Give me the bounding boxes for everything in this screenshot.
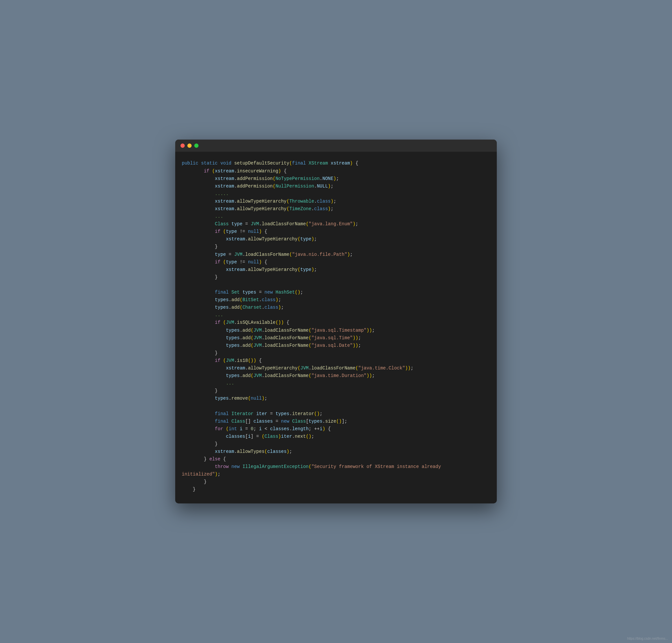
code-line-36: for (int i = 0; i < classes.length; ++i)… — [182, 425, 490, 433]
code-line-26: } — [182, 349, 490, 357]
code-line-27: if (JVM.is18()) { — [182, 357, 490, 365]
code-line-43: } — [182, 478, 490, 486]
code-line-10: if (type != null) { — [182, 228, 490, 235]
code-line-35: final Class[] classes = new Class[types.… — [182, 418, 490, 425]
code-line-3: xstream.addPermission(NoTypePermission.N… — [182, 175, 490, 183]
code-line-14: if (type != null) { — [182, 258, 490, 266]
code-line-34: final Iterator iter = types.iterator(); — [182, 410, 490, 418]
code-line-30: ... — [182, 380, 490, 387]
code-line-23: types.add(JVM.loadClassForName("java.sql… — [182, 327, 490, 334]
code-line-13: type = JVM.loadClassForName("java.nio.fi… — [182, 251, 490, 258]
watermark: https://blog.csdn.net/finms... — [627, 637, 668, 640]
code-line-16: } — [182, 274, 490, 281]
code-block: public static void setupDefaultSecurity(… — [175, 152, 497, 503]
code-line-2: if (xstream.insecureWarning) { — [182, 168, 490, 175]
code-line-42: initialized"); — [182, 471, 490, 478]
code-line-11: xstream.allowTypeHierarchy(type); — [182, 235, 490, 243]
code-line-19: types.add(BitSet.class); — [182, 296, 490, 304]
code-line-4: xstream.addPermission(NullPermission.NUL… — [182, 183, 490, 190]
code-line-31: } — [182, 387, 490, 395]
code-line-5: ..... — [182, 190, 490, 198]
code-window: public static void setupDefaultSecurity(… — [175, 139, 497, 503]
code-line-8: ... — [182, 213, 490, 220]
code-line-12: } — [182, 243, 490, 251]
code-line-38: } — [182, 440, 490, 448]
code-line-41: throw new IllegalArgumentException("Secu… — [182, 463, 490, 471]
close-button[interactable] — [181, 144, 185, 148]
code-line-1: public static void setupDefaultSecurity(… — [182, 160, 490, 167]
code-line-39: xstream.allowTypes(classes); — [182, 448, 490, 456]
code-line-37: classes[i] = (Class)iter.next(); — [182, 433, 490, 440]
code-line-29: types.add(JVM.loadClassForName("java.tim… — [182, 372, 490, 380]
minimize-button[interactable] — [187, 144, 191, 148]
code-line-25: types.add(JVM.loadClassForName("java.sql… — [182, 342, 490, 349]
maximize-button[interactable] — [194, 144, 199, 148]
code-line-18: final Set types = new HashSet(); — [182, 289, 490, 296]
code-line-20: types.add(Charset.class); — [182, 304, 490, 311]
titlebar — [175, 139, 497, 152]
code-line-44: } — [182, 486, 490, 493]
code-line-21: ... — [182, 311, 490, 319]
code-line-40: } else { — [182, 456, 490, 463]
code-line-28: xstream.allowTypeHierarchy(JVM.loadClass… — [182, 365, 490, 372]
code-line-33 — [182, 402, 490, 410]
code-line-15: xstream.allowTypeHierarchy(type); — [182, 266, 490, 274]
code-line-9: Class type = JVM.loadClassForName("java.… — [182, 220, 490, 228]
code-line-17 — [182, 281, 490, 289]
code-line-24: types.add(JVM.loadClassForName("java.sql… — [182, 334, 490, 342]
code-line-6: xstream.allowTypeHierarchy(Throwable.cla… — [182, 198, 490, 205]
code-line-7: xstream.allowTypeHierarchy(TimeZone.clas… — [182, 205, 490, 213]
code-line-22: if (JVM.isSQLAvailable()) { — [182, 319, 490, 326]
code-line-32: types.remove(null); — [182, 395, 490, 402]
